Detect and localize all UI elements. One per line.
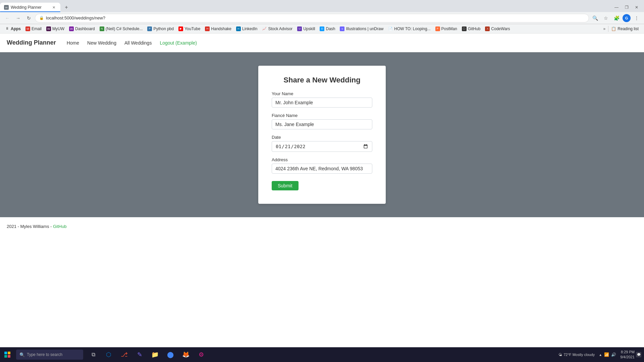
bookmark-dash[interactable]: D Dash — [318, 26, 337, 32]
undraw-favicon: u — [340, 26, 344, 31]
fiance-name-input[interactable] — [272, 119, 372, 129]
bookmark-neil-label: (Neil) C# Schedule... — [106, 26, 143, 31]
bookmark-codewars[interactable]: ⚔ CodeWars — [483, 26, 512, 32]
bookmark-email-label: Email — [32, 26, 42, 31]
github-favicon: ⬡ — [462, 26, 467, 31]
handshake-favicon: H — [205, 26, 210, 31]
reading-list-icon: 📋 — [611, 26, 616, 31]
myuw-favicon: W — [46, 26, 51, 31]
email-favicon: M — [25, 26, 30, 31]
bookmark-apps-label: Apps — [11, 26, 21, 31]
bookmark-undraw-label: Illustrations | unDraw — [346, 26, 383, 31]
minimize-button[interactable]: — — [612, 3, 621, 12]
your-name-label: Your Name — [272, 91, 372, 96]
address-bar[interactable]: 🔒 localhost:5000/weddings/new? — [35, 14, 589, 22]
bookmark-dashboard[interactable]: W Dashboard — [67, 26, 97, 32]
bookmark-myuw[interactable]: W MyUW — [44, 26, 66, 32]
nav-bar: ← → ↻ 🔒 localhost:5000/weddings/new? 🔍 ☆… — [0, 12, 644, 24]
dashboard-favicon: W — [69, 26, 74, 31]
howto-favicon: 📄 — [388, 26, 393, 31]
form-card: Share a New Wedding Your Name Fiancé Nam… — [258, 66, 386, 204]
bookmark-postman[interactable]: P PostMan — [433, 26, 459, 32]
bookmark-linkedin-label: LinkedIn — [242, 26, 257, 31]
tab-favicon: W — [4, 5, 9, 10]
upskill-favicon: U — [297, 26, 302, 31]
bookmark-apps[interactable]: ⠿ Apps — [3, 26, 23, 32]
restore-button[interactable]: ❐ — [622, 3, 631, 12]
bookmark-email[interactable]: M Email — [23, 26, 44, 32]
address-label: Address — [272, 157, 372, 162]
new-tab-button[interactable]: + — [62, 3, 71, 12]
back-button[interactable]: ← — [3, 13, 12, 23]
bookmark-dash-label: Dash — [326, 26, 335, 31]
nav-logout-link[interactable]: Logout (Example) — [160, 40, 197, 46]
star-icon-button[interactable]: ☆ — [601, 13, 610, 23]
dash-favicon: D — [320, 26, 324, 31]
bookmark-handshake[interactable]: H Handshake — [203, 26, 233, 32]
bookmarks-overflow-button[interactable]: » — [601, 26, 608, 32]
bookmark-postman-label: PostMan — [441, 26, 457, 31]
bookmark-myuw-label: MyUW — [52, 26, 64, 31]
apps-favicon: ⠿ — [5, 26, 9, 31]
bookmark-github-label: GitHub — [468, 26, 480, 31]
your-name-input[interactable] — [272, 98, 372, 108]
bookmark-stock-label: Stock Advisor — [268, 26, 292, 31]
github-link[interactable]: GitHub — [53, 224, 66, 229]
bookmark-handshake-label: Handshake — [211, 26, 231, 31]
nav-home-link[interactable]: Home — [67, 40, 79, 46]
bookmark-github[interactable]: ⬡ GitHub — [460, 26, 482, 32]
tab-title: Wedding Planner — [11, 5, 49, 10]
your-name-group: Your Name — [272, 91, 372, 108]
address-input[interactable] — [272, 164, 372, 174]
extensions-icon-button[interactable]: 🧩 — [612, 13, 621, 23]
neil-favicon: N — [100, 26, 104, 31]
bookmark-youtube-label: YouTube — [184, 26, 200, 31]
active-tab[interactable]: W Wedding Planner ✕ — [0, 3, 60, 12]
bookmark-upskill-label: Upskill — [303, 26, 315, 31]
nav-new-wedding-link[interactable]: New Wedding — [87, 40, 116, 46]
bookmark-neil-csharp[interactable]: N (Neil) C# Schedule... — [98, 26, 145, 32]
bookmark-upskill[interactable]: U Upskill — [295, 26, 317, 32]
tab-bar: W Wedding Planner ✕ + — ❐ ✕ — [0, 0, 644, 12]
bookmark-linkedin[interactable]: in LinkedIn — [234, 26, 259, 32]
page-wrapper: Wedding Planner Home New Wedding All Wed… — [0, 34, 644, 236]
linkedin-favicon: in — [236, 26, 241, 31]
app-brand: Wedding Planner — [7, 39, 56, 46]
lock-icon: 🔒 — [39, 16, 44, 20]
refresh-button[interactable]: ↻ — [24, 13, 34, 23]
bookmark-codewars-label: CodeWars — [491, 26, 510, 31]
address-group: Address — [272, 157, 372, 174]
profile-avatar[interactable]: G — [623, 14, 631, 22]
bookmark-howto-label: HOW TO: Looping... — [394, 26, 430, 31]
search-icon-button[interactable]: 🔍 — [590, 13, 600, 23]
tab-close-button[interactable]: ✕ — [51, 5, 56, 10]
page-footer: 2021 - Myles Williams - GitHub — [0, 217, 644, 236]
postman-favicon: P — [435, 26, 440, 31]
date-input[interactable] — [272, 141, 372, 152]
forward-button[interactable]: → — [13, 13, 23, 23]
app-navbar: Wedding Planner Home New Wedding All Wed… — [0, 34, 644, 52]
nav-right-controls: 🔍 ☆ 🧩 G ⋮ — [590, 13, 641, 23]
python-favicon: P — [147, 26, 152, 31]
fiance-name-group: Fiancé Name — [272, 113, 372, 129]
nav-all-weddings-link[interactable]: All Weddings — [124, 40, 152, 46]
fiance-name-label: Fiancé Name — [272, 113, 372, 118]
form-title: Share a New Wedding — [272, 76, 372, 84]
bookmark-youtube[interactable]: ▶ YouTube — [176, 26, 202, 32]
bookmark-undraw[interactable]: u Illustrations | unDraw — [338, 26, 385, 32]
footer-text: 2021 - Myles Williams - — [7, 224, 53, 229]
reading-list-button[interactable]: 📋 Reading list — [608, 26, 641, 32]
page-background: Share a New Wedding Your Name Fiancé Nam… — [0, 52, 644, 217]
reading-list-label: Reading list — [618, 26, 639, 31]
codewars-favicon: ⚔ — [485, 26, 490, 31]
bookmark-python[interactable]: P Python pbd — [145, 26, 176, 32]
submit-button[interactable]: Submit — [272, 181, 299, 190]
window-controls: — ❐ ✕ — [612, 3, 644, 12]
bookmark-howto[interactable]: 📄 HOW TO: Looping... — [386, 26, 432, 32]
date-label: Date — [272, 135, 372, 140]
close-button[interactable]: ✕ — [632, 3, 641, 12]
menu-button[interactable]: ⋮ — [632, 13, 641, 23]
url-text: localhost:5000/weddings/new? — [46, 15, 585, 20]
bookmark-stock[interactable]: 📈 Stock Advisor — [260, 26, 294, 32]
date-group: Date — [272, 135, 372, 152]
